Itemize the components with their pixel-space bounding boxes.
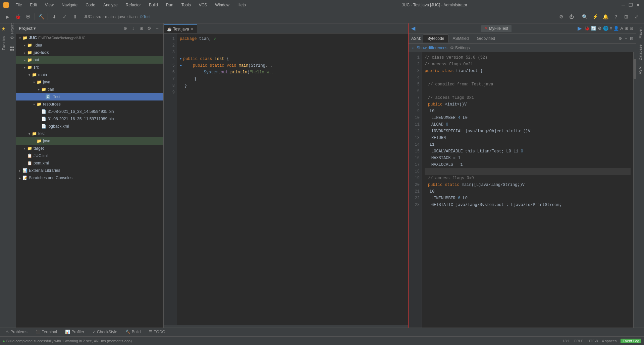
menu-help[interactable]: Help (235, 2, 249, 8)
breadcrumb-java[interactable]: java (118, 14, 125, 19)
menu-build[interactable]: Build (146, 2, 161, 8)
tree-item-ext-libs[interactable]: ▸ 📊 External Libraries (16, 167, 163, 174)
event-log-button[interactable]: Event Log (621, 339, 641, 343)
menu-edit[interactable]: Edit (27, 2, 40, 8)
menu-file[interactable]: File (13, 2, 24, 8)
tree-item-scratches[interactable]: ▸ 📝 Scratches and Consoles (16, 174, 163, 182)
tree-item-tian[interactable]: ▾ 📁 tian (16, 86, 163, 93)
asm-nav-lang[interactable]: A (620, 26, 623, 31)
asm-code-content[interactable]: // class version 52.0 (52) // access fla… (422, 52, 633, 328)
run-arrow-5[interactable]: ▶ (180, 62, 182, 69)
tree-item-logback[interactable]: ▸ 📄 logback.xml (16, 123, 163, 130)
breadcrumb-src[interactable]: src (96, 14, 101, 19)
cursor-position[interactable]: 18:1 (562, 339, 570, 343)
project-sort-icon[interactable]: ↕ (130, 25, 137, 32)
bottom-tab-checkstyle[interactable]: ✓ CheckStyle (88, 328, 121, 336)
asm-nav-window2[interactable]: ⊟ (630, 26, 633, 31)
tree-item-java-test[interactable]: ▸ 📁 java (16, 137, 163, 145)
favorites-label[interactable]: Favorites (1, 33, 7, 53)
tree-item-bin2[interactable]: ▸ 📄 31-08-2021_16_35_11.59711989.bin (16, 115, 163, 123)
bottom-tab-terminal[interactable]: ⬛ Terminal (32, 328, 61, 336)
bottom-tab-profiler[interactable]: 📊 Profiler (61, 328, 88, 336)
menu-refactor[interactable]: Refactor (123, 2, 144, 8)
asm-nav-window1[interactable]: ⊞ (625, 26, 628, 31)
breadcrumb-juc[interactable]: JUC (84, 14, 92, 19)
tree-item-test[interactable]: ▸ C Test (16, 93, 163, 100)
minimize-button[interactable]: ─ (621, 2, 626, 8)
asm-tab-groovified[interactable]: Groovified (473, 35, 499, 42)
asm-nav-globe[interactable]: 🌐 (603, 26, 608, 31)
menu-run[interactable]: Run (163, 2, 176, 8)
breadcrumb-test-class[interactable]: ©Test (140, 14, 151, 19)
favorites-star-icon[interactable]: ★ (1, 26, 7, 31)
restore-button[interactable]: ⤢ (632, 12, 641, 21)
tree-item-bin1[interactable]: ▸ 📄 31-08-2021_16_33_14.59594935.bin (16, 108, 163, 115)
asm-vertical-scrollbar[interactable] (633, 52, 636, 328)
tree-item-java-main[interactable]: ▾ 📁 java (16, 78, 163, 86)
editor-tab-test[interactable]: ☕ Test.java ✕ (164, 24, 197, 33)
power-button[interactable]: ⏻ (567, 12, 576, 21)
tab-close-button[interactable]: ✕ (190, 27, 194, 31)
breadcrumb-main[interactable]: main (105, 14, 114, 19)
asm-toolbar-settings[interactable]: ⚙ Settings (450, 46, 470, 50)
asm-minimize-icon[interactable]: − (625, 36, 627, 41)
menu-navigate[interactable]: Navigate (59, 2, 80, 8)
help-button[interactable]: ? (611, 12, 621, 21)
asm-maximize-icon[interactable]: ⊟ (630, 36, 633, 41)
charset-label[interactable]: UTF-8 (587, 339, 598, 343)
asm-nav-settings2[interactable]: ⚙ (598, 26, 602, 31)
myfiletest-tab[interactable]: ✕ MyFileTest (481, 25, 512, 32)
breadcrumb-tian[interactable]: tian (129, 14, 136, 19)
vcs-commit-button[interactable]: ✓ (60, 12, 69, 21)
build-button[interactable]: 🔨 (37, 12, 46, 21)
settings-button[interactable]: ⚙ (556, 12, 566, 21)
notifications-button[interactable]: 🔔 (601, 12, 610, 21)
tree-item-target[interactable]: ▸ 📁 target (16, 145, 163, 152)
vcs-push-button[interactable]: ⬆ (70, 12, 80, 21)
project-filter-icon[interactable]: ⊞ (138, 25, 145, 32)
debug-button[interactable]: 🐞 (13, 12, 22, 21)
find-action-button[interactable]: ⚡ (590, 12, 600, 21)
myfiletest-close-icon[interactable]: ✕ (485, 26, 488, 30)
asm-nav-profile[interactable]: 👤 (613, 26, 619, 31)
bottom-tab-todo[interactable]: ☰ TODO (145, 328, 169, 336)
code-content[interactable]: package tian; ✓ ▶ public class Test { ▶ … (177, 33, 408, 325)
menu-window[interactable]: Window (212, 2, 232, 8)
search-everywhere-button[interactable]: 🔍 (580, 12, 589, 21)
tree-item-juc[interactable]: ▾ 📁 JUC E:\IEDACode\ketangpai\JUC (16, 34, 163, 42)
sidebar-tab-database[interactable]: Database (637, 42, 644, 63)
menu-view[interactable]: View (42, 2, 56, 8)
tree-item-main[interactable]: ▾ 📁 main (16, 71, 163, 78)
sidebar-project-icon[interactable]: Project (8, 25, 16, 32)
tree-item-idea[interactable]: ▸ 📁 .idea (16, 42, 163, 49)
run-arrow-4[interactable]: ▶ (180, 56, 182, 62)
menu-code[interactable]: Code (83, 2, 98, 8)
asm-nav-prev[interactable]: ◀ (411, 25, 415, 31)
maximize-button[interactable]: ❐ (628, 2, 633, 8)
bottom-tab-build[interactable]: 🔨 Build (121, 328, 145, 336)
project-settings-icon[interactable]: ⚙ (146, 25, 153, 32)
coverage-button[interactable]: ⛨ (23, 12, 33, 21)
sidebar-tab-maven[interactable]: Maven (637, 25, 644, 41)
sidebar-tab-asm[interactable]: ASM (637, 64, 644, 77)
menu-analyze[interactable]: Analyze (101, 2, 120, 8)
tree-item-test-folder[interactable]: ▾ 📁 test (16, 130, 163, 137)
menu-vcs[interactable]: VCS (196, 2, 210, 8)
indent-label[interactable]: 4 spaces (602, 339, 616, 343)
tree-item-src[interactable]: ▾ 📁 src (16, 64, 163, 71)
run-button[interactable]: ▶ (3, 12, 12, 21)
asm-nav-next[interactable]: ▶ (578, 25, 582, 31)
project-minimize-icon[interactable]: − (154, 25, 161, 32)
tree-item-pom[interactable]: ▸ 📋 pom.xml (16, 159, 163, 167)
tree-item-out[interactable]: ▸ 📁 out (16, 56, 163, 64)
asm-nav-settings1[interactable]: 🔄 (591, 26, 596, 31)
close-button[interactable]: ✕ (635, 2, 641, 8)
line-ending[interactable]: CRLF (574, 339, 584, 343)
tree-item-iml[interactable]: ▸ 📋 JUC.iml (16, 152, 163, 159)
show-diff-button[interactable]: ↔ Show differences (411, 46, 447, 50)
tree-item-resources[interactable]: ▾ 📁 resources (16, 100, 163, 108)
asm-settings-icon[interactable]: ⚙ (619, 36, 622, 41)
editor-horizontal-scrollbar[interactable] (164, 325, 408, 328)
sidebar-structure-icon[interactable] (8, 45, 16, 52)
asm-nav-bars[interactable]: ≡ (610, 26, 612, 31)
